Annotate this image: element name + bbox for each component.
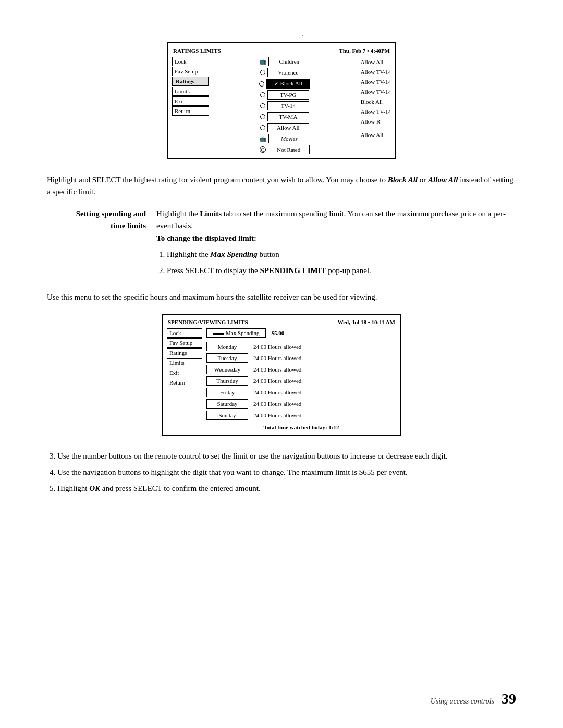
spending-box-title: SPENDING/VIEWING LIMITS	[168, 319, 248, 325]
ratings-left-menu: Lock Fav Setup Ratings Limits Exit Retur…	[172, 57, 209, 154]
max-spending-row: ▬▬ Max Spending $5.00	[206, 328, 396, 338]
menu-fav-setup[interactable]: Fav Setup	[172, 67, 209, 76]
ratings-limits-container: RATINGS LIMITS Thu, Feb 7 • 4:40PM Lock …	[47, 42, 516, 159]
spending-menu-limits[interactable]: Limits	[167, 358, 202, 367]
day-row-sunday: Sunday 24:00 Hours allowed	[206, 411, 396, 420]
right-label-children: Allow All	[361, 58, 391, 66]
rating-row-blockall: ✓ Block All	[213, 79, 357, 89]
ratings-center: 📺 Children Violence ✓ Block All TV-PG	[209, 57, 361, 154]
radio-allowall	[260, 125, 265, 130]
rating-btn-children[interactable]: Children	[268, 57, 310, 66]
menu-lock[interactable]: Lock	[172, 57, 209, 66]
spending-amount: $5.00	[271, 330, 284, 336]
right-label-tv14: Block All	[361, 97, 391, 106]
day-btn-sunday[interactable]: Sunday	[206, 411, 248, 420]
day-btn-friday[interactable]: Friday	[206, 388, 248, 397]
day-row-saturday: Saturday 24:00 Hours allowed	[206, 399, 396, 409]
rating-row-tv14: TV-14	[213, 101, 357, 110]
day-hours-friday: 24:00 Hours allowed	[253, 389, 301, 396]
rating-btn-tvma[interactable]: TV-MA	[267, 112, 309, 121]
max-spending-label: Max Spending	[226, 330, 259, 336]
right-label-notrated: Allow All	[361, 131, 391, 139]
ratings-box-title: RATINGS LIMITS	[173, 47, 221, 54]
ratings-limits-box: RATINGS LIMITS Thu, Feb 7 • 4:40PM Lock …	[167, 42, 396, 159]
section-label-spending: Setting spending andtime limits	[47, 208, 146, 284]
use-para: Use this menu to set the specific hours …	[47, 291, 516, 303]
step-3: Use the number buttons on the remote con…	[57, 450, 516, 462]
right-label-movies	[361, 127, 391, 129]
rating-row-notrated: Q Not Rated	[213, 145, 357, 154]
spending-menu-lock[interactable]: Lock	[167, 328, 202, 338]
rating-btn-movies[interactable]: Movies	[268, 134, 310, 143]
page-footer: Using access controls 39	[431, 690, 516, 707]
spending-menu-ratings[interactable]: Ratings	[167, 348, 202, 357]
ratings-right-labels: Allow All Allow TV-14 Allow TV-14 Allow …	[361, 57, 391, 154]
total-time: Total time watched today: 1:12	[206, 424, 396, 430]
tv-icon-children: 📺	[259, 58, 266, 65]
step-5: Highlight OK and press SELECT to confirm…	[57, 483, 516, 495]
spending-menu-favsetup[interactable]: Fav Setup	[167, 338, 202, 348]
radio-tvma	[260, 114, 265, 119]
day-btn-monday[interactable]: Monday	[206, 342, 248, 351]
spending-box-header: SPENDING/VIEWING LIMITS Wed, Jul 18 • 10…	[167, 319, 396, 325]
spending-limits-box: SPENDING/VIEWING LIMITS Wed, Jul 18 • 10…	[162, 314, 401, 436]
footer-text: Using access controls	[431, 697, 494, 706]
day-hours-tuesday: 24:00 Hours allowed	[253, 355, 301, 361]
rating-btn-blockall[interactable]: ✓ Block All	[266, 79, 310, 89]
tv-icon-movies: 📺	[259, 135, 266, 142]
day-btn-thursday[interactable]: Thursday	[206, 376, 248, 386]
ratings-box-datetime: Thu, Feb 7 • 4:40PM	[339, 47, 390, 54]
spending-box-datetime: Wed, Jul 18 • 10:11 AM	[338, 319, 395, 325]
step-1: Highlight the Max Spending button	[167, 249, 516, 261]
ratings-box-inner: Lock Fav Setup Ratings Limits Exit Retur…	[172, 57, 391, 154]
rating-btn-allowall[interactable]: Allow All	[267, 123, 309, 132]
spending-icon: ▬▬	[213, 330, 224, 336]
menu-return[interactable]: Return	[172, 106, 209, 116]
rating-row-children: 📺 Children	[213, 57, 357, 66]
spending-menu-return[interactable]: Return	[167, 378, 202, 387]
right-label-tvma: Allow TV-14	[361, 107, 391, 116]
right-label-tvpg: Allow TV-14	[361, 88, 391, 96]
radio-tv14	[260, 103, 265, 108]
section-spending-time: Setting spending andtime limits Highligh…	[47, 208, 516, 284]
day-row-tuesday: Tuesday 24:00 Hours allowed	[206, 353, 396, 363]
top-dot: .	[89, 31, 516, 37]
spending-left-menu: Lock Fav Setup Ratings Limits Exit Retur…	[167, 328, 202, 430]
rating-btn-tv14[interactable]: TV-14	[267, 101, 309, 110]
radio-tvpg	[260, 92, 265, 97]
radio-violence	[260, 70, 265, 75]
menu-limits[interactable]: Limits	[172, 87, 209, 96]
day-row-friday: Friday 24:00 Hours allowed	[206, 388, 396, 397]
rating-btn-notrated[interactable]: Not Rated	[268, 145, 310, 154]
ratings-box-header: RATINGS LIMITS Thu, Feb 7 • 4:40PM	[172, 47, 391, 54]
day-hours-thursday: 24:00 Hours allowed	[253, 378, 301, 384]
day-hours-saturday: 24:00 Hours allowed	[253, 401, 301, 407]
spending-inner: Lock Fav Setup Ratings Limits Exit Retur…	[167, 328, 396, 430]
rating-row-movies: 📺 Movies	[213, 134, 357, 143]
menu-ratings[interactable]: Ratings	[172, 77, 209, 86]
day-btn-saturday[interactable]: Saturday	[206, 399, 248, 409]
rating-row-allowall: Allow All	[213, 123, 357, 132]
spending-limits-container: SPENDING/VIEWING LIMITS Wed, Jul 18 • 10…	[47, 314, 516, 436]
day-hours-wednesday: 24:00 Hours allowed	[253, 366, 301, 373]
right-label-allowall: Allow R	[361, 117, 391, 126]
spending-menu-exit[interactable]: Exit	[167, 368, 202, 377]
day-row-monday: Monday 24:00 Hours allowed	[206, 342, 396, 351]
menu-exit[interactable]: Exit	[172, 96, 209, 106]
day-hours-sunday: 24:00 Hours allowed	[253, 412, 301, 418]
rating-row-tvma: TV-MA	[213, 112, 357, 121]
day-row-wednesday: Wednesday 24:00 Hours allowed	[206, 365, 396, 374]
rating-btn-violence[interactable]: Violence	[267, 68, 309, 77]
radio-blockall	[259, 81, 264, 87]
rating-btn-tvpg[interactable]: TV-PG	[267, 90, 309, 100]
spending-main-area: ▬▬ Max Spending $5.00 Monday 24:00 Hours…	[206, 328, 396, 430]
footer-page-number: 39	[501, 690, 516, 707]
step-2: Press SELECT to display the SPENDING LIM…	[167, 265, 516, 277]
day-btn-tuesday[interactable]: Tuesday	[206, 353, 248, 363]
body-paragraph-1: Highlight and SELECT the highest rating …	[47, 174, 516, 198]
max-spending-btn[interactable]: ▬▬ Max Spending	[206, 328, 266, 338]
rating-row-violence: Violence	[213, 68, 357, 77]
step-4: Use the navigation buttons to highlight …	[57, 466, 516, 478]
day-btn-wednesday[interactable]: Wednesday	[206, 365, 248, 374]
day-hours-monday: 24:00 Hours allowed	[253, 343, 301, 350]
